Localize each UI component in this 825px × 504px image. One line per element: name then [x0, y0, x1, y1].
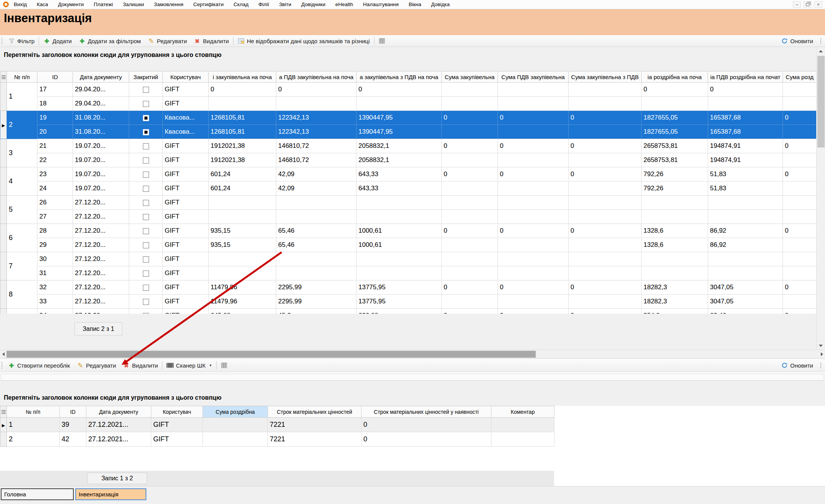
- cell-value[interactable]: 122342,13: [276, 111, 357, 125]
- column-header[interactable]: Строк матеріальних цінностей у наявності: [361, 406, 491, 418]
- table-row[interactable]: 3127.12.20...GIFT: [0, 266, 817, 280]
- cell-user[interactable]: GIFT: [163, 139, 209, 153]
- cell-user[interactable]: Квасова...: [163, 111, 209, 125]
- column-header[interactable]: а закупівельна з ПДВ на поча: [357, 71, 442, 83]
- closed-checkbox[interactable]: [143, 299, 149, 305]
- column-header[interactable]: Сума ПДВ закупівельна: [498, 71, 569, 83]
- cell-value[interactable]: GIFT: [151, 418, 203, 432]
- cell-value[interactable]: [209, 266, 276, 280]
- cell-id[interactable]: 26: [37, 196, 73, 210]
- menu-item-5[interactable]: Замовлення: [149, 2, 188, 7]
- refresh-button[interactable]: Оновити: [778, 360, 817, 370]
- cell-value[interactable]: 2058832,1: [357, 153, 442, 167]
- column-header[interactable]: і закупівельна на поча: [209, 71, 276, 83]
- cell-value[interactable]: 0: [498, 111, 569, 125]
- cell-value[interactable]: 18282,3: [642, 295, 708, 309]
- cell-value[interactable]: [442, 295, 498, 309]
- cell-value[interactable]: 194874,91: [708, 139, 783, 153]
- menu-item-9[interactable]: Звіти: [274, 2, 296, 7]
- cell-value[interactable]: 0: [361, 418, 491, 432]
- menu-item-4[interactable]: Залишки: [118, 2, 149, 7]
- cell-value[interactable]: 601,24: [209, 182, 276, 196]
- cell-value[interactable]: [569, 252, 642, 266]
- edit-button[interactable]: ✎ Редагувати: [144, 36, 191, 46]
- cell-value[interactable]: 0: [498, 167, 569, 182]
- toolbar-overflow[interactable]: [820, 363, 822, 368]
- cell-value[interactable]: [209, 252, 276, 266]
- cell-value[interactable]: 0: [708, 83, 783, 97]
- cell-value[interactable]: [498, 125, 569, 139]
- cell-value[interactable]: 7221: [268, 418, 361, 432]
- cell-value[interactable]: 18282,3: [642, 280, 708, 295]
- scroll-down-button[interactable]: [817, 342, 825, 350]
- closed-checkbox[interactable]: [143, 186, 149, 192]
- cell-value[interactable]: [642, 196, 708, 210]
- cell-value[interactable]: [569, 266, 642, 280]
- cell-id[interactable]: 28: [37, 224, 73, 238]
- horizontal-scrollbar[interactable]: [0, 350, 825, 358]
- cell-value[interactable]: 1827655,05: [642, 125, 708, 139]
- cell-value[interactable]: [783, 252, 817, 266]
- cell-id[interactable]: 18: [37, 97, 73, 111]
- closed-checkbox[interactable]: [143, 172, 149, 178]
- cell-date[interactable]: 29.04.20...: [73, 97, 129, 111]
- table-row[interactable]: 2927.12.20...GIFT935,1565,461000,611328,…: [0, 238, 817, 252]
- column-header[interactable]: № п/п: [7, 406, 60, 418]
- cell-value[interactable]: 0: [498, 280, 569, 295]
- column-header[interactable]: Користувач: [151, 406, 203, 418]
- grid-corner-button[interactable]: [0, 406, 7, 418]
- cell-date[interactable]: 27.12.20...: [73, 224, 129, 238]
- cell-value[interactable]: [498, 252, 569, 266]
- cell-value[interactable]: [276, 252, 357, 266]
- cell-value[interactable]: 62,46: [708, 309, 783, 314]
- cell-value[interactable]: 2658753,81: [642, 139, 708, 153]
- cell-value[interactable]: 935,15: [209, 224, 276, 238]
- menu-item-10[interactable]: Довідники: [296, 2, 330, 7]
- cell-value[interactable]: [569, 295, 642, 309]
- cell-value[interactable]: [569, 125, 642, 139]
- table-row[interactable]: 1829.04.20...GIFT: [0, 97, 817, 111]
- cell-value[interactable]: 0: [498, 139, 569, 153]
- cell-value[interactable]: [276, 210, 357, 224]
- table-row[interactable]: 73027.12.20...GIFT: [0, 252, 817, 266]
- cell-date[interactable]: 27.12.20...: [73, 295, 129, 309]
- cell-value[interactable]: [498, 97, 569, 111]
- delete-button[interactable]: ✖ Видалити: [190, 36, 232, 46]
- cell-value[interactable]: 0: [442, 309, 498, 314]
- restore-button[interactable]: [804, 1, 812, 8]
- cell-value[interactable]: 1268105,81: [209, 111, 276, 125]
- cell-value[interactable]: [708, 252, 783, 266]
- cell-date[interactable]: 19.07.20...: [73, 153, 129, 167]
- cell-value[interactable]: [783, 125, 817, 139]
- table-row[interactable]: 2031.08.20...Квасова...1268105,81122342,…: [0, 125, 817, 139]
- filter-button[interactable]: Фільтр: [5, 36, 38, 46]
- refresh-button[interactable]: Оновити: [778, 36, 817, 46]
- cell-value[interactable]: [491, 432, 554, 447]
- cell-value[interactable]: [783, 182, 817, 196]
- cell-value[interactable]: [442, 153, 498, 167]
- menu-item-14[interactable]: Довідка: [426, 2, 455, 7]
- menu-item-12[interactable]: Налаштування: [358, 2, 404, 7]
- cell-value[interactable]: [569, 210, 642, 224]
- cell-value[interactable]: 935,15: [209, 238, 276, 252]
- cell-user[interactable]: GIFT: [163, 266, 209, 280]
- table-row[interactable]: ▶13927.12.2021...GIFT72210: [0, 418, 554, 432]
- cell-date[interactable]: 19.07.20...: [73, 182, 129, 196]
- cell-value[interactable]: 51,83: [708, 182, 783, 196]
- cell-value[interactable]: 11479,96: [209, 280, 276, 295]
- cell-id[interactable]: 31: [37, 266, 73, 280]
- cell-value[interactable]: [442, 83, 498, 97]
- cell-value[interactable]: [357, 252, 442, 266]
- cell-value[interactable]: 1912021,38: [209, 153, 276, 167]
- column-header[interactable]: ID: [60, 406, 86, 418]
- cell-value[interactable]: 0: [442, 139, 498, 153]
- cell-value[interactable]: 51,83: [708, 167, 783, 182]
- cell-value[interactable]: 0: [357, 83, 442, 97]
- vertical-scroll-thumb[interactable]: [817, 56, 825, 147]
- cell-value[interactable]: 165387,68: [708, 111, 783, 125]
- menu-item-3[interactable]: Платежі: [89, 2, 118, 7]
- cell-value[interactable]: 1000,61: [357, 224, 442, 238]
- closed-checkbox[interactable]: [143, 285, 149, 291]
- cell-value[interactable]: 792,26: [642, 182, 708, 196]
- cell-date[interactable]: 27.12.20...: [73, 196, 129, 210]
